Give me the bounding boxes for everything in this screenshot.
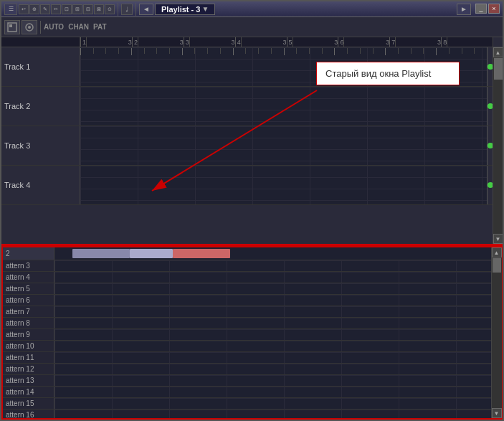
tool-btn-4[interactable]: ✂ bbox=[51, 4, 61, 14]
lower-row-4: attern 4 bbox=[3, 272, 491, 283]
tool-btn-6[interactable]: ⊞ bbox=[72, 4, 82, 14]
t1-s18 bbox=[373, 48, 386, 54]
t1-m6 bbox=[334, 48, 347, 55]
lower-row-14: attern 14 bbox=[3, 387, 491, 398]
track-1-label: Track 1 bbox=[1, 47, 80, 86]
lower-row-7: attern 7 bbox=[3, 306, 491, 318]
upper-scroll-thumb[interactable] bbox=[494, 58, 503, 80]
pattern-block-gray[interactable] bbox=[72, 249, 130, 258]
nav-left-btn[interactable]: ◄ bbox=[139, 4, 153, 15]
close-btn[interactable]: × bbox=[488, 4, 500, 14]
dropdown-arrow[interactable]: ▼ bbox=[201, 5, 209, 13]
nav-right-btn[interactable]: ► bbox=[457, 4, 471, 15]
track-row-4: Track 4 bbox=[1, 166, 493, 205]
upper-scroll-down[interactable]: ▼ bbox=[493, 234, 503, 244]
lower-track-6-content[interactable] bbox=[54, 295, 491, 306]
note-icon[interactable]: ♩ bbox=[121, 4, 133, 15]
main-content: Track 1 bbox=[1, 47, 503, 420]
upper-scroll-up[interactable]: ▲ bbox=[493, 47, 503, 57]
lower-track-13-content[interactable] bbox=[54, 375, 491, 386]
track-2-dot-area bbox=[487, 87, 493, 126]
track-row-2: Track 2 bbox=[1, 87, 493, 126]
lower-scroll-up[interactable]: ▲ bbox=[492, 247, 502, 257]
lower-track-9-content[interactable] bbox=[54, 329, 491, 340]
annotation-text: Старый вид окна Playlist bbox=[325, 68, 431, 79]
sep-1 bbox=[118, 3, 118, 16]
upper-scroll-track[interactable] bbox=[493, 57, 503, 234]
lower-row-3: attern 3 bbox=[3, 260, 491, 272]
t1-s1 bbox=[93, 48, 106, 54]
t1-s7 bbox=[194, 48, 207, 54]
bm-8: 8 bbox=[441, 37, 493, 47]
lower-track-15-content[interactable] bbox=[54, 398, 491, 409]
track-2-content[interactable] bbox=[80, 87, 487, 126]
lower-track-8-content[interactable] bbox=[54, 318, 491, 328]
bm-1-sub bbox=[86, 37, 127, 47]
t1-s11 bbox=[258, 48, 271, 54]
lower-track-3-label: attern 3 bbox=[3, 260, 54, 271]
lower-track-7-content[interactable] bbox=[54, 306, 491, 317]
bm-3: 33 bbox=[184, 37, 235, 47]
bm-2-sub bbox=[138, 37, 179, 47]
lower-track-16-content[interactable] bbox=[54, 410, 491, 418]
label-auto: AUTO bbox=[44, 23, 64, 31]
lower-row-13: attern 13 bbox=[3, 375, 491, 387]
t1-m7 bbox=[385, 48, 398, 55]
tick-marks-1 bbox=[80, 48, 487, 55]
bm-content: 13 23 33 43 53 63 73 8 bbox=[80, 37, 493, 47]
svg-rect-1 bbox=[9, 24, 12, 27]
toolbar-icon-b[interactable] bbox=[22, 20, 37, 34]
bm-4-sub bbox=[241, 37, 282, 47]
t1-s22 bbox=[449, 48, 462, 54]
t1-m5 bbox=[284, 48, 297, 55]
lower-track-10-content[interactable] bbox=[54, 341, 491, 351]
track-3-content[interactable] bbox=[80, 126, 487, 165]
lower-track-2-content[interactable] bbox=[54, 247, 491, 260]
sep-right bbox=[472, 4, 474, 15]
playlist-title: Playlist - 3 bbox=[161, 5, 200, 14]
lower-row-10: attern 10 bbox=[3, 341, 491, 352]
lower-scroll-thumb[interactable] bbox=[493, 258, 501, 273]
tool-btn-3[interactable]: ✎ bbox=[40, 4, 50, 14]
bm-label bbox=[1, 37, 80, 47]
secondary-toolbar: AUTO CHAN PAT bbox=[1, 17, 503, 37]
lower-track-15-label: attern 15 bbox=[3, 398, 54, 409]
title-region: Playlist - 3 ▼ bbox=[155, 4, 215, 15]
tool-btn-1[interactable]: ↩ bbox=[19, 4, 29, 14]
pattern-block-red[interactable] bbox=[173, 249, 230, 258]
lower-scroll-track[interactable] bbox=[492, 257, 502, 408]
lower-track-4-content[interactable] bbox=[54, 272, 491, 283]
toolbar-sep bbox=[40, 21, 41, 34]
lower-scroll-down[interactable]: ▼ bbox=[492, 408, 502, 418]
beat-marker-row: 13 23 33 43 53 63 73 8 bbox=[1, 37, 503, 47]
menu-icon[interactable]: ☰ bbox=[4, 4, 17, 15]
lower-v-scroll: ▲ ▼ bbox=[491, 247, 501, 418]
t1-s3 bbox=[118, 48, 131, 54]
track-3-dot bbox=[488, 143, 493, 148]
minimize-btn[interactable]: _ bbox=[475, 4, 487, 14]
title-bar-left: ☰ ↩ ⊕ ✎ ✂ ⊡ ⊞ ⊟ ⊠ ⊙ ♩ ◄ bbox=[4, 3, 215, 16]
pattern-block-light[interactable] bbox=[130, 249, 173, 258]
t1-s20 bbox=[411, 48, 424, 54]
lower-track-12-content[interactable] bbox=[54, 364, 491, 374]
tool-btn-9[interactable]: ⊙ bbox=[105, 4, 115, 14]
bm-3-sub bbox=[189, 37, 230, 47]
tool-btn-8[interactable]: ⊠ bbox=[94, 4, 104, 14]
lower-row-11: attern 11 bbox=[3, 352, 491, 364]
lower-track-14-content[interactable] bbox=[54, 387, 491, 397]
t1-m1 bbox=[80, 48, 93, 55]
t1-s9 bbox=[220, 48, 233, 54]
lower-track-3-content[interactable] bbox=[54, 260, 491, 271]
tool-btn-2[interactable]: ⊕ bbox=[29, 4, 39, 14]
lower-track-12-label: attern 12 bbox=[3, 364, 54, 374]
tool-btn-5[interactable]: ⊡ bbox=[62, 4, 72, 14]
upper-section: Track 1 bbox=[1, 47, 503, 246]
tool-btn-7[interactable]: ⊟ bbox=[83, 4, 93, 14]
lower-track-11-content[interactable] bbox=[54, 352, 491, 363]
bm-2: 23 bbox=[132, 37, 184, 47]
toolbar-icon-a[interactable] bbox=[4, 20, 20, 34]
lower-track-5-content[interactable] bbox=[54, 283, 491, 294]
lower-track-5-label: attern 5 bbox=[3, 283, 54, 294]
t1-s2 bbox=[105, 48, 118, 54]
track-4-content[interactable] bbox=[80, 166, 487, 204]
